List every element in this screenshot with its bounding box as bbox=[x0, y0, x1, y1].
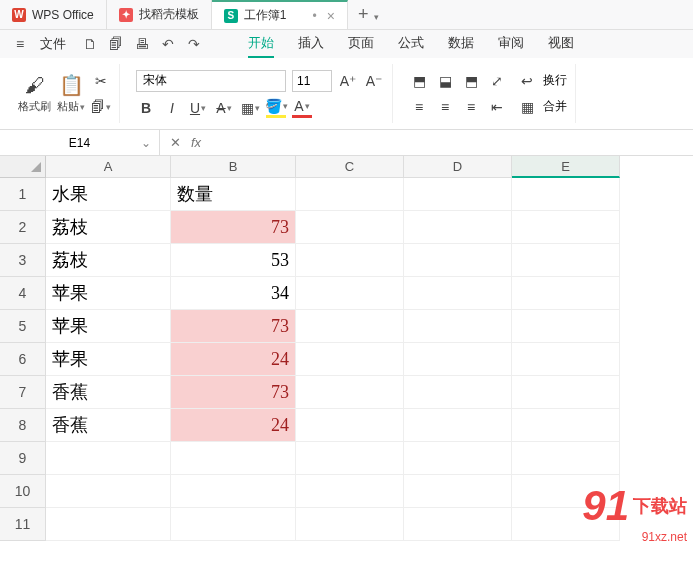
row-header-10[interactable]: 10 bbox=[0, 475, 46, 508]
row-header-7[interactable]: 7 bbox=[0, 376, 46, 409]
row-header-6[interactable]: 6 bbox=[0, 343, 46, 376]
cancel-icon[interactable]: ✕ bbox=[170, 135, 181, 150]
underline-icon[interactable]: U▾ bbox=[188, 98, 208, 118]
col-header-B[interactable]: B bbox=[171, 156, 296, 178]
cell-D2[interactable] bbox=[404, 211, 512, 244]
align-right-icon[interactable]: ≡ bbox=[461, 97, 481, 117]
orientation-icon[interactable]: ⤢ bbox=[487, 71, 507, 91]
cell-E3[interactable] bbox=[512, 244, 620, 277]
cell-E7[interactable] bbox=[512, 376, 620, 409]
tab-start[interactable]: 开始 bbox=[248, 30, 274, 58]
decrease-font-icon[interactable]: A⁻ bbox=[364, 71, 384, 91]
font-color-icon[interactable]: A▾ bbox=[292, 98, 312, 118]
tab-data[interactable]: 数据 bbox=[448, 30, 474, 58]
row-header-4[interactable]: 4 bbox=[0, 277, 46, 310]
bold-icon[interactable]: B bbox=[136, 98, 156, 118]
cell-C1[interactable] bbox=[296, 178, 404, 211]
cell-D10[interactable] bbox=[404, 475, 512, 508]
tab-formula[interactable]: 公式 bbox=[398, 30, 424, 58]
cell-D9[interactable] bbox=[404, 442, 512, 475]
cell-A4[interactable]: 苹果 bbox=[46, 277, 171, 310]
merge-button[interactable]: ▦合并 bbox=[517, 97, 567, 117]
save-icon[interactable]: 🗋 bbox=[78, 32, 102, 56]
cell-C7[interactable] bbox=[296, 376, 404, 409]
cell-C2[interactable] bbox=[296, 211, 404, 244]
align-bottom-icon[interactable]: ⬒ bbox=[461, 71, 481, 91]
cell-C6[interactable] bbox=[296, 343, 404, 376]
cell-E1[interactable] bbox=[512, 178, 620, 211]
col-header-D[interactable]: D bbox=[404, 156, 512, 178]
cell-E6[interactable] bbox=[512, 343, 620, 376]
format-painter-button[interactable]: 🖌 格式刷 bbox=[18, 74, 51, 114]
close-icon[interactable]: × bbox=[327, 8, 335, 24]
cell-A10[interactable] bbox=[46, 475, 171, 508]
paste-icon[interactable]: 🗐 bbox=[104, 32, 128, 56]
cell-C11[interactable] bbox=[296, 508, 404, 541]
formula-input[interactable] bbox=[211, 135, 511, 150]
cell-E5[interactable] bbox=[512, 310, 620, 343]
new-tab-button[interactable]: + ▾ bbox=[348, 4, 390, 25]
cell-D11[interactable] bbox=[404, 508, 512, 541]
wrap-text-button[interactable]: ↩换行 bbox=[517, 71, 567, 91]
cell-B7[interactable]: 73 bbox=[171, 376, 296, 409]
cell-A7[interactable]: 香蕉 bbox=[46, 376, 171, 409]
row-header-1[interactable]: 1 bbox=[0, 178, 46, 211]
paste-button[interactable]: 📋 粘贴▾ bbox=[57, 73, 85, 114]
cell-C5[interactable] bbox=[296, 310, 404, 343]
cell-A2[interactable]: 荔枝 bbox=[46, 211, 171, 244]
cell-B2[interactable]: 73 bbox=[171, 211, 296, 244]
cell-C10[interactable] bbox=[296, 475, 404, 508]
align-top-icon[interactable]: ⬒ bbox=[409, 71, 429, 91]
font-size-select[interactable] bbox=[292, 70, 332, 92]
cell-B4[interactable]: 34 bbox=[171, 277, 296, 310]
cell-E8[interactable] bbox=[512, 409, 620, 442]
cell-C8[interactable] bbox=[296, 409, 404, 442]
cell-E9[interactable] bbox=[512, 442, 620, 475]
italic-icon[interactable]: I bbox=[162, 98, 182, 118]
name-box[interactable]: E14 ⌄ bbox=[0, 130, 160, 155]
border-icon[interactable]: ▦▾ bbox=[240, 98, 260, 118]
select-all-corner[interactable] bbox=[0, 156, 46, 178]
cell-A3[interactable]: 荔枝 bbox=[46, 244, 171, 277]
cell-A9[interactable] bbox=[46, 442, 171, 475]
cell-C3[interactable] bbox=[296, 244, 404, 277]
cell-C4[interactable] bbox=[296, 277, 404, 310]
cell-B9[interactable] bbox=[171, 442, 296, 475]
cell-B5[interactable]: 73 bbox=[171, 310, 296, 343]
cell-D3[interactable] bbox=[404, 244, 512, 277]
cell-E4[interactable] bbox=[512, 277, 620, 310]
strikethrough-icon[interactable]: A▾ bbox=[214, 98, 234, 118]
cell-B10[interactable] bbox=[171, 475, 296, 508]
col-header-E[interactable]: E bbox=[512, 156, 620, 178]
cell-B8[interactable]: 24 bbox=[171, 409, 296, 442]
print-icon[interactable]: 🖶 bbox=[130, 32, 154, 56]
tab-template[interactable]: ✦ 找稻壳模板 bbox=[107, 0, 212, 29]
row-header-8[interactable]: 8 bbox=[0, 409, 46, 442]
tab-workbook[interactable]: S 工作簿1 • × bbox=[212, 0, 348, 29]
chevron-down-icon[interactable]: ⌄ bbox=[141, 136, 151, 150]
cell-B11[interactable] bbox=[171, 508, 296, 541]
hamburger-icon[interactable]: ≡ bbox=[8, 32, 32, 56]
undo-icon[interactable]: ↶ bbox=[156, 32, 180, 56]
increase-font-icon[interactable]: A⁺ bbox=[338, 71, 358, 91]
tab-insert[interactable]: 插入 bbox=[298, 30, 324, 58]
cell-A1[interactable]: 水果 bbox=[46, 178, 171, 211]
col-header-A[interactable]: A bbox=[46, 156, 171, 178]
cell-A11[interactable] bbox=[46, 508, 171, 541]
cut-icon[interactable]: ✂ bbox=[91, 71, 111, 91]
row-header-2[interactable]: 2 bbox=[0, 211, 46, 244]
cell-A8[interactable]: 香蕉 bbox=[46, 409, 171, 442]
cell-A6[interactable]: 苹果 bbox=[46, 343, 171, 376]
cell-D6[interactable] bbox=[404, 343, 512, 376]
cell-B1[interactable]: 数量 bbox=[171, 178, 296, 211]
cell-D8[interactable] bbox=[404, 409, 512, 442]
fx-icon[interactable]: fx bbox=[191, 135, 201, 150]
chevron-down-icon[interactable]: ▾ bbox=[374, 12, 379, 22]
row-header-9[interactable]: 9 bbox=[0, 442, 46, 475]
cell-D1[interactable] bbox=[404, 178, 512, 211]
tab-review[interactable]: 审阅 bbox=[498, 30, 524, 58]
copy-icon[interactable]: 🗐▾ bbox=[91, 97, 111, 117]
font-name-select[interactable] bbox=[136, 70, 286, 92]
tab-view[interactable]: 视图 bbox=[548, 30, 574, 58]
cell-B3[interactable]: 53 bbox=[171, 244, 296, 277]
